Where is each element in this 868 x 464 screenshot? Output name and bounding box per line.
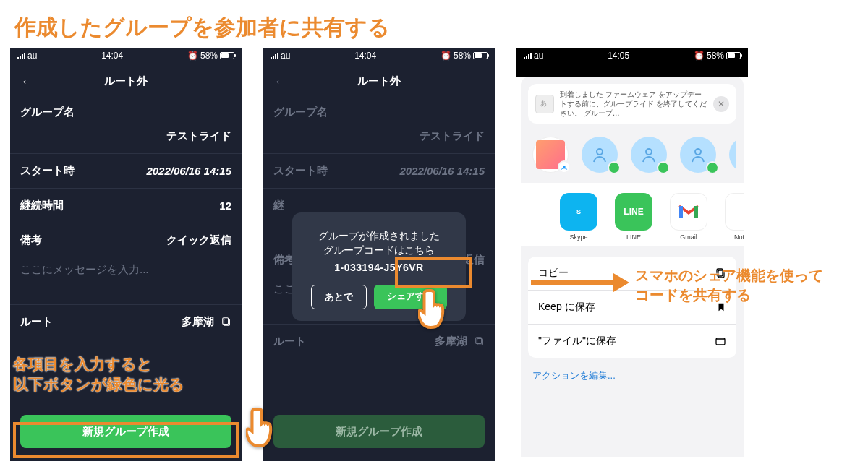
modal-line2: グループコードはこちら xyxy=(302,244,456,257)
phone-screenshot-3: au 14:05 ⏰ 58% あI 到着しました ファームウェア をアップデート… xyxy=(516,48,748,461)
share-contact[interactable] xyxy=(680,137,716,173)
back-button[interactable]: ← xyxy=(19,72,36,90)
share-app-gmail[interactable]: Gmail xyxy=(667,193,710,241)
action-label: "ファイル"に保存 xyxy=(538,335,616,348)
share-contact[interactable] xyxy=(729,137,736,173)
phone-screenshot-2: au 14:04 ⏰ 58% ← ルート外 グループ名 テストライド スタート時… xyxy=(263,48,495,461)
share-text: 到着しました ファームウェア をアップデートする前に、グループライド を終了して… xyxy=(560,90,707,118)
share-contact[interactable] xyxy=(631,137,667,173)
annotation-2: スマホのシェア機能を使って コードを共有する xyxy=(635,266,823,305)
arrow-icon xyxy=(531,280,618,285)
start-time-value: 2022/06/16 14:15 xyxy=(146,165,231,177)
battery-text: 58% xyxy=(200,51,218,61)
memo-value: クイック返信 xyxy=(166,233,231,247)
pointer-hand-icon xyxy=(418,288,450,331)
folder-icon xyxy=(715,335,726,347)
app-label: Skype xyxy=(557,233,600,241)
share-contact[interactable] xyxy=(582,137,618,173)
modal-line1: グループが作成されました xyxy=(302,230,456,243)
page-title: 作成したグループを参加者に共有する xyxy=(14,13,390,43)
share-apps-row: S Skype LINE LINE Gmail N Notion xyxy=(521,183,744,246)
memo-row[interactable]: 備考 クイック返信 xyxy=(10,223,242,257)
notion-icon: N xyxy=(725,193,744,231)
duration-label: 継続時間 xyxy=(20,199,64,212)
group-name-label: グループ名 xyxy=(263,98,495,119)
person-icon xyxy=(640,146,658,163)
status-bar: au 14:04 ⏰ 58% xyxy=(10,48,242,64)
battery-text: 58% xyxy=(454,51,471,61)
app-label: Notion xyxy=(722,233,744,241)
gmail-icon xyxy=(670,193,707,231)
route-value: 多摩湖 xyxy=(435,335,467,347)
battery-text: 58% xyxy=(707,51,724,61)
status-bar: au 14:05 ⏰ 58% xyxy=(516,48,748,64)
back-button[interactable]: ← xyxy=(272,72,289,90)
airdrop-target[interactable] xyxy=(532,137,569,173)
status-time: 14:04 xyxy=(354,51,376,61)
line-badge-icon xyxy=(608,161,621,174)
memo-value: 返信 xyxy=(463,253,485,267)
group-name-row: テストライド xyxy=(263,119,495,154)
header-title: ルート外 xyxy=(104,74,148,88)
create-group-button: 新規グループ作成 xyxy=(273,415,485,448)
close-button[interactable]: ✕ xyxy=(713,96,729,112)
action-save-files[interactable]: "ファイル"に保存 xyxy=(528,325,736,358)
group-name-value: テストライド xyxy=(420,129,485,143)
battery-icon xyxy=(220,52,234,59)
app-header: ← ルート外 xyxy=(263,64,495,98)
carrier-label: au xyxy=(281,51,290,61)
battery-icon xyxy=(473,52,488,59)
group-name-value: テストライド xyxy=(166,129,231,143)
header-title: ルート外 xyxy=(357,74,401,88)
copy-icon[interactable] xyxy=(221,315,231,327)
start-time-value: 2022/06/16 14:15 xyxy=(399,165,485,177)
action-label: コピー xyxy=(538,267,569,280)
edit-actions-link[interactable]: アクションを編集... xyxy=(528,358,736,394)
later-button[interactable]: あとで xyxy=(311,285,367,309)
skype-icon: S xyxy=(560,193,597,231)
start-time-row[interactable]: スタート時 2022/06/16 14:15 xyxy=(10,154,242,189)
duration-row[interactable]: 継続時間 12 xyxy=(10,189,242,223)
app-header: ← ルート外 xyxy=(10,64,242,98)
carrier-label: au xyxy=(27,51,37,61)
action-label: Keep に保存 xyxy=(538,301,595,314)
memo-label: 備考 xyxy=(20,233,42,247)
battery-icon xyxy=(726,52,741,59)
line-badge-icon xyxy=(657,161,670,174)
route-value: 多摩湖 xyxy=(182,315,214,327)
status-time: 14:04 xyxy=(101,51,123,61)
status-time: 14:05 xyxy=(608,51,629,61)
share-app-line[interactable]: LINE LINE xyxy=(612,193,655,241)
share-app-partial[interactable] xyxy=(528,193,545,241)
route-label: ルート xyxy=(273,335,306,348)
status-bar: au 14:04 ⏰ 58% xyxy=(263,48,495,64)
signal-icon xyxy=(524,53,532,59)
start-time-label: スタート時 xyxy=(273,164,328,178)
share-app-skype[interactable]: S Skype xyxy=(557,193,600,241)
person-icon xyxy=(689,146,707,163)
route-label: ルート xyxy=(20,315,53,329)
alarm-icon: ⏰ xyxy=(694,51,705,61)
share-app-notion[interactable]: N Notion xyxy=(722,193,744,241)
group-name-label: グループ名 xyxy=(10,98,242,119)
signal-icon xyxy=(271,53,278,59)
create-group-button[interactable]: 新規グループ作成 xyxy=(20,415,231,448)
route-row[interactable]: ルート 多摩湖 xyxy=(10,304,242,339)
alarm-icon: ⏰ xyxy=(187,51,198,61)
duration-label: 継 xyxy=(273,199,284,212)
copy-icon xyxy=(475,335,485,347)
share-contacts-row xyxy=(528,124,736,183)
start-time-row: スタート時 2022/06/16 14:15 xyxy=(263,154,495,189)
phone-screenshot-1: au 14:04 ⏰ 58% ← ルート外 グループ名 テストライド スタート時… xyxy=(10,48,242,461)
app-label: Gmail xyxy=(667,233,710,241)
pointer-hand-icon xyxy=(246,406,278,450)
line-badge-icon xyxy=(706,161,719,174)
start-time-label: スタート時 xyxy=(20,164,75,178)
group-name-row[interactable]: テストライド xyxy=(10,119,242,154)
signal-icon xyxy=(17,53,25,59)
line-icon: LINE xyxy=(615,193,652,231)
duration-value: 12 xyxy=(219,199,231,212)
app-label: LINE xyxy=(612,233,655,241)
message-input[interactable]: ここにメッセージを入力... xyxy=(10,257,242,290)
share-thumb: あI xyxy=(535,95,554,113)
